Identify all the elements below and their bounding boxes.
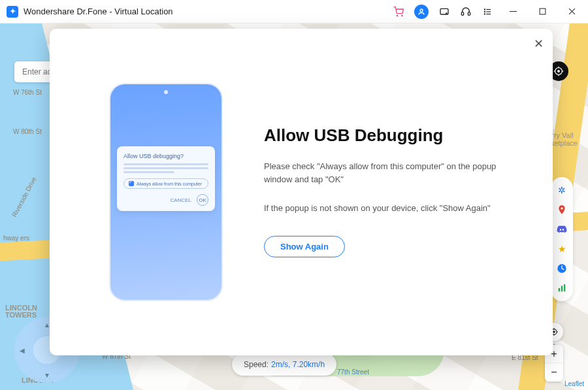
phone-popup: Allow USB debugging? Always allow from t…	[117, 146, 215, 211]
svg-rect-8	[486, 8, 491, 9]
window-max-icon[interactable]	[532, 4, 552, 20]
svg-rect-6	[468, 12, 470, 15]
support-icon[interactable]	[460, 6, 472, 18]
modal-content: Allow USB Debugging Please check "Always…	[257, 48, 528, 336]
phone-always-label: Always allow from this computer	[137, 182, 202, 186]
svg-rect-14	[540, 8, 546, 14]
svg-rect-12	[486, 13, 491, 14]
phone-popup-title: Allow USB debugging?	[123, 153, 208, 159]
svg-point-11	[484, 13, 485, 14]
titlebar-icons	[393, 4, 581, 20]
svg-point-4	[446, 13, 447, 14]
modal-text-1: Please check "Always allow from this com…	[264, 160, 506, 186]
svg-point-2	[420, 9, 423, 12]
titlebar: ✦ Wondershare Dr.Fone - Virtual Location	[0, 0, 588, 24]
svg-point-7	[484, 8, 485, 10]
modal-overlay: ✕ Allow USB debugging? Always allow from…	[0, 24, 588, 390]
app-logo: ✦	[7, 6, 18, 18]
app-title: Wondershare Dr.Fone - Virtual Location	[24, 7, 173, 16]
modal-title: Allow USB Debugging	[264, 125, 528, 146]
close-icon[interactable]: ✕	[534, 37, 544, 51]
modal-text-2: If the popup is not shown on your device…	[264, 202, 506, 215]
modal-illustration: Allow USB debugging? Always allow from t…	[74, 48, 257, 336]
phone-always-allow: Always allow from this computer	[123, 178, 208, 189]
svg-point-1	[402, 15, 402, 16]
phone-ok-label: OK	[197, 194, 208, 206]
window-min-icon[interactable]	[503, 4, 523, 20]
screen-icon[interactable]	[438, 6, 450, 18]
checkbox-icon	[129, 181, 134, 186]
svg-rect-5	[461, 12, 463, 15]
svg-point-9	[484, 10, 485, 12]
phone-illustration: Allow USB debugging? Always allow from t…	[110, 84, 221, 300]
window-close-icon[interactable]	[562, 4, 581, 20]
svg-point-0	[397, 15, 397, 16]
menu-icon[interactable]	[482, 6, 493, 18]
phone-cancel-label: CANCEL	[171, 197, 191, 203]
cart-icon[interactable]	[393, 6, 404, 18]
usb-debug-modal: ✕ Allow USB debugging? Always allow from…	[50, 29, 553, 355]
user-icon[interactable]	[414, 5, 429, 19]
show-again-button[interactable]: Show Again	[264, 236, 345, 257]
svg-rect-10	[486, 11, 491, 12]
